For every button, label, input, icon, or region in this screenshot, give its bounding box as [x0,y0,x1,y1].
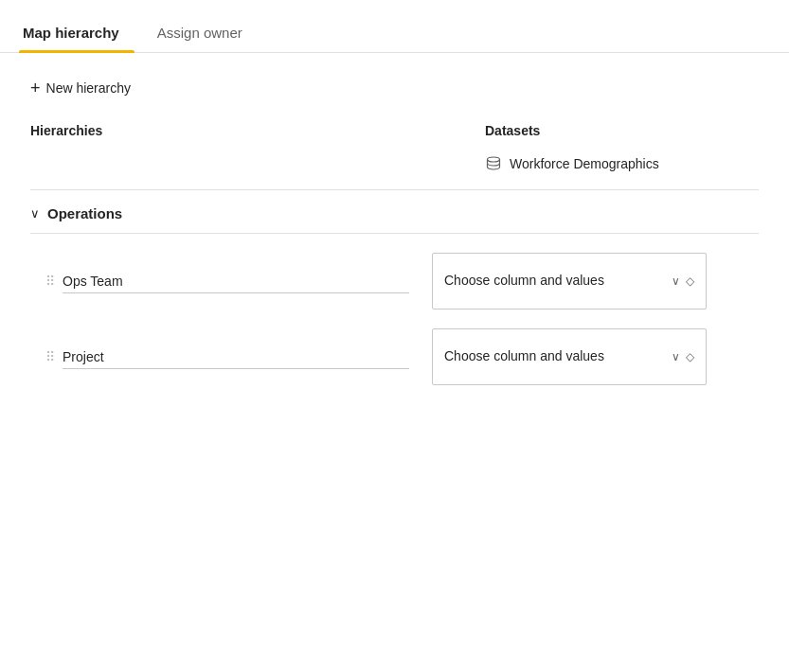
columns-header: Hierarchies Datasets [30,123,759,142]
section-divider [30,189,759,190]
drag-handle-ops-team[interactable]: ⠿ [30,274,63,289]
tab-map-hierarchy[interactable]: Map hierarchy [19,25,134,52]
new-hierarchy-label: New hierarchy [46,80,131,96]
ops-team-chevron-down-icon[interactable]: ∨ [672,274,680,288]
operations-section-title: Operations [47,205,122,221]
tab-assign-owner[interactable]: Assign owner [153,25,258,52]
datasets-column-header: Datasets [485,123,759,138]
project-clear-icon[interactable]: ◇ [686,350,694,363]
tab-bar: Map hierarchy Assign owner [0,0,789,53]
chevron-collapse-icon: ∨ [30,206,40,221]
project-name-wrapper [63,345,432,369]
operations-divider [30,233,759,234]
main-content: + New hierarchy Hierarchies Datasets Wor… [0,53,789,427]
new-hierarchy-button[interactable]: + New hierarchy [30,76,131,100]
app-container: Map hierarchy Assign owner + New hierarc… [0,0,789,672]
dataset-name: Workforce Demographics [510,156,659,171]
ops-team-column-dropdown[interactable]: Choose column and values ∨ ◇ [432,253,707,309]
drag-handle-project[interactable]: ⠿ [30,349,63,364]
hierarchy-item: ⠿ Choose column and values ∨ ◇ [30,253,759,309]
hierarchy-items-list: ⠿ Choose column and values ∨ ◇ ⠿ [30,253,759,385]
database-icon [485,155,502,172]
ops-team-clear-icon[interactable]: ◇ [686,274,694,288]
ops-team-column-placeholder: Choose column and values [444,272,604,291]
dataset-row: Workforce Demographics [30,150,759,178]
project-name-input[interactable] [63,345,409,369]
hierarchies-column-header: Hierarchies [30,123,485,138]
ops-team-name-wrapper [63,270,432,293]
project-chevron-down-icon[interactable]: ∨ [672,350,680,363]
plus-icon: + [30,80,41,97]
dataset-value: Workforce Demographics [485,150,759,178]
project-column-placeholder: Choose column and values [444,347,604,366]
ops-team-name-input[interactable] [63,270,409,293]
project-column-dropdown[interactable]: Choose column and values ∨ ◇ [432,328,707,385]
project-dropdown-icons: ∨ ◇ [672,350,694,363]
svg-point-0 [488,157,500,162]
hierarchy-item: ⠿ Choose column and values ∨ ◇ [30,328,759,385]
operations-section-header[interactable]: ∨ Operations [30,205,759,221]
ops-team-dropdown-icons: ∨ ◇ [672,274,694,288]
